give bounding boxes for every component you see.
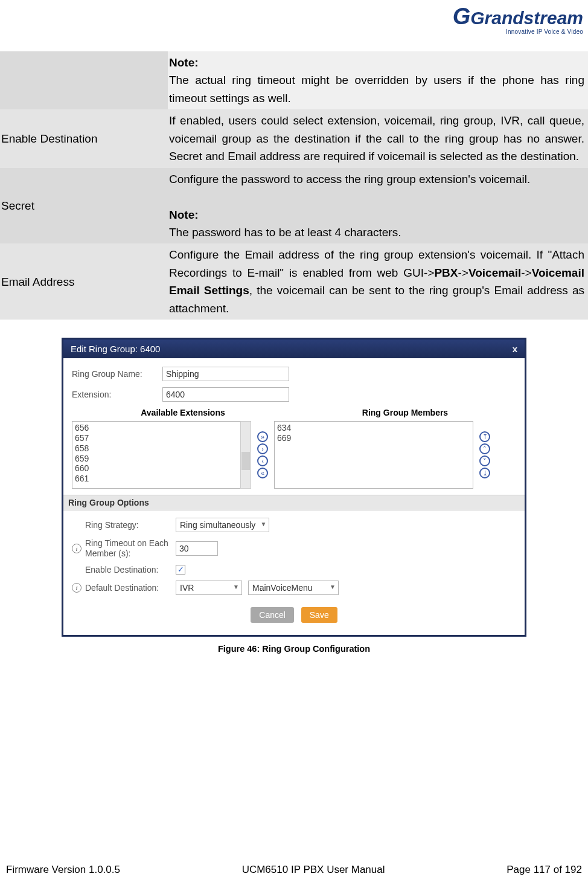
move-bottom-icon[interactable]: ⤓ bbox=[479, 468, 490, 478]
footer-manual-title: UCM6510 IP PBX User Manual bbox=[242, 864, 385, 876]
footer-page-number: Page 117 of 192 bbox=[507, 864, 582, 876]
header-available-extensions: Available Extensions bbox=[72, 408, 294, 417]
row-label-email: Email Address bbox=[0, 243, 168, 320]
input-extension[interactable]: 6400 bbox=[162, 387, 289, 402]
label-extension: Extension: bbox=[72, 390, 162, 399]
move-up-icon[interactable]: ˄ bbox=[479, 443, 490, 454]
label-ring-timeout: Ring Timeout on Each Member (s): bbox=[85, 538, 176, 559]
row-desc-enable-destination: If enabled, users could select extension… bbox=[168, 109, 588, 167]
settings-definition-table: Note: The actual ring timeout might be o… bbox=[0, 51, 588, 320]
email-b1: PBX bbox=[434, 266, 458, 279]
list-item[interactable]: 661 bbox=[75, 474, 238, 484]
list-item[interactable]: 659 bbox=[75, 454, 238, 464]
select-ring-strategy[interactable]: Ring simultaneously bbox=[176, 518, 269, 532]
section-ring-group-options: Ring Group Options bbox=[63, 495, 525, 510]
list-item[interactable]: 634 bbox=[277, 423, 470, 433]
select-dest-target[interactable]: MainVoiceMenu bbox=[248, 581, 339, 595]
figure-caption: Figure 46: Ring Group Configuration bbox=[0, 644, 588, 654]
dialog-title: Edit Ring Group: 6400 bbox=[71, 344, 160, 354]
select-dest-type[interactable]: IVR bbox=[176, 581, 242, 595]
info-icon[interactable]: i bbox=[72, 583, 81, 593]
list-item[interactable]: 660 bbox=[75, 463, 238, 474]
dialog-body: Ring Group Name: Shipping Extension: 640… bbox=[63, 358, 525, 635]
move-top-icon[interactable]: ⤒ bbox=[479, 431, 490, 442]
email-b2: Voicemail bbox=[468, 266, 521, 279]
secret-note-label: Note: bbox=[169, 208, 199, 221]
secret-note-text: The password has to be at least 4 charac… bbox=[169, 224, 584, 241]
move-left-icon[interactable]: ‹ bbox=[257, 455, 268, 466]
move-all-left-icon[interactable]: « bbox=[257, 468, 268, 478]
info-icon[interactable]: i bbox=[72, 544, 81, 553]
figure-dialog: Edit Ring Group: 6400 x Ring Group Name:… bbox=[62, 338, 526, 637]
cancel-button[interactable]: Cancel bbox=[251, 607, 294, 623]
list-item[interactable]: 657 bbox=[75, 433, 238, 443]
row-desc-email: Configure the Email address of the ring … bbox=[168, 243, 588, 320]
secret-text: Configure the password to access the rin… bbox=[169, 170, 584, 188]
list-item[interactable]: 669 bbox=[277, 433, 470, 443]
row-note-desc: Note: The actual ring timeout might be o… bbox=[168, 51, 588, 109]
row-label-empty bbox=[0, 51, 168, 109]
header-ring-group-members: Ring Group Members bbox=[294, 408, 516, 417]
email-sep2: -> bbox=[521, 266, 531, 279]
label-ring-group-name: Ring Group Name: bbox=[72, 369, 162, 379]
move-all-right-icon[interactable]: » bbox=[257, 431, 268, 442]
close-icon[interactable]: x bbox=[513, 344, 517, 354]
row-label-secret: Secret bbox=[0, 168, 168, 244]
brand-logo-block: GGrandstream Innovative IP Voice & Video bbox=[453, 4, 583, 35]
label-ring-strategy: Ring Strategy: bbox=[85, 520, 176, 530]
brand-name: Grandstream bbox=[470, 8, 583, 28]
note-label: Note: bbox=[169, 56, 199, 69]
checkbox-enable-destination[interactable]: ✓ bbox=[176, 565, 185, 574]
label-enable-destination: Enable Destination: bbox=[85, 565, 176, 574]
enable-destination-text: If enabled, users could select extension… bbox=[169, 112, 584, 165]
note-text: The actual ring timeout might be overrid… bbox=[169, 71, 584, 107]
page-footer: Firmware Version 1.0.0.5 UCM6510 IP PBX … bbox=[0, 864, 588, 876]
email-sep1: -> bbox=[458, 266, 468, 279]
dialog-title-bar: Edit Ring Group: 6400 x bbox=[63, 339, 525, 358]
scroll-thumb[interactable] bbox=[241, 452, 250, 470]
scrollbar[interactable] bbox=[240, 421, 251, 489]
row-label-enable-destination: Enable Destination bbox=[0, 109, 168, 167]
input-ring-group-name[interactable]: Shipping bbox=[162, 367, 289, 381]
row-desc-secret: Configure the password to access the rin… bbox=[168, 168, 588, 244]
move-right-icon[interactable]: › bbox=[257, 443, 268, 454]
input-ring-timeout[interactable]: 30 bbox=[176, 541, 218, 556]
list-item[interactable]: 656 bbox=[75, 423, 238, 433]
footer-firmware: Firmware Version 1.0.0.5 bbox=[6, 864, 120, 876]
listbox-available[interactable]: 656 657 658 659 660 661 bbox=[72, 421, 241, 489]
move-down-icon[interactable]: ˅ bbox=[479, 455, 490, 466]
brand-logo: GGrandstream bbox=[453, 4, 583, 30]
list-item[interactable]: 658 bbox=[75, 443, 238, 454]
label-default-destination: Default Destination: bbox=[85, 583, 176, 593]
listbox-members[interactable]: 634 669 bbox=[274, 421, 473, 489]
save-button[interactable]: Save bbox=[301, 607, 337, 623]
